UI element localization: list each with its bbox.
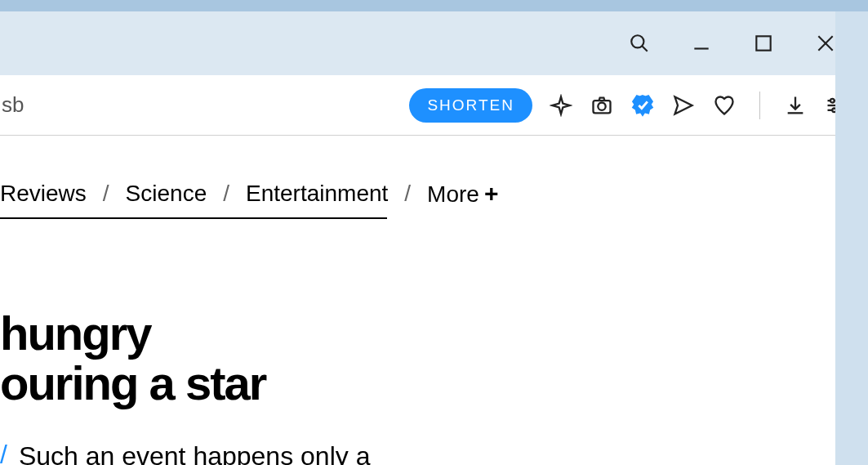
close-button[interactable]	[814, 32, 837, 55]
nav-item-reviews[interactable]: Reviews	[0, 181, 87, 207]
address-bar: sb SHORTEN	[0, 75, 868, 136]
url-fragment[interactable]: sb	[0, 92, 24, 118]
plus-icon: +	[484, 180, 499, 207]
settings-sliders-icon[interactable]	[824, 93, 848, 118]
download-icon[interactable]	[783, 93, 808, 118]
svg-point-7	[598, 102, 605, 110]
svg-line-1	[642, 46, 648, 51]
svg-point-11	[830, 98, 835, 102]
search-icon[interactable]	[628, 32, 651, 55]
nav-item-science[interactable]: Science	[126, 181, 207, 207]
site-navbar: Reviews / Science / Entertainment / More…	[0, 136, 387, 219]
article: hungry ouring a star / Such an event hap…	[0, 219, 868, 465]
nav-separator: /	[404, 181, 411, 207]
shield-check-icon[interactable]	[630, 93, 655, 118]
nav-item-more[interactable]: More+	[427, 180, 498, 208]
send-icon[interactable]	[671, 93, 696, 118]
article-headline: hungry ouring a star	[0, 309, 868, 409]
svg-point-13	[832, 108, 836, 112]
svg-point-0	[631, 35, 643, 47]
heart-icon[interactable]	[712, 93, 737, 118]
minimize-button[interactable]	[690, 32, 713, 55]
window-titlebar	[0, 0, 868, 75]
nav-item-entertainment[interactable]: Entertainment	[246, 181, 388, 207]
maximize-button[interactable]	[752, 32, 775, 55]
article-subhead: Such an event happens only a few times e…	[19, 440, 403, 465]
shorten-button[interactable]: SHORTEN	[409, 88, 532, 123]
camera-icon[interactable]	[590, 93, 614, 118]
toolbar-separator	[759, 92, 760, 119]
nav-separator: /	[103, 181, 109, 207]
svg-point-12	[838, 103, 842, 107]
subhead-slash: /	[0, 440, 7, 465]
sparkle-icon[interactable]	[549, 93, 573, 118]
nav-separator: /	[223, 181, 229, 207]
svg-rect-3	[756, 36, 770, 50]
